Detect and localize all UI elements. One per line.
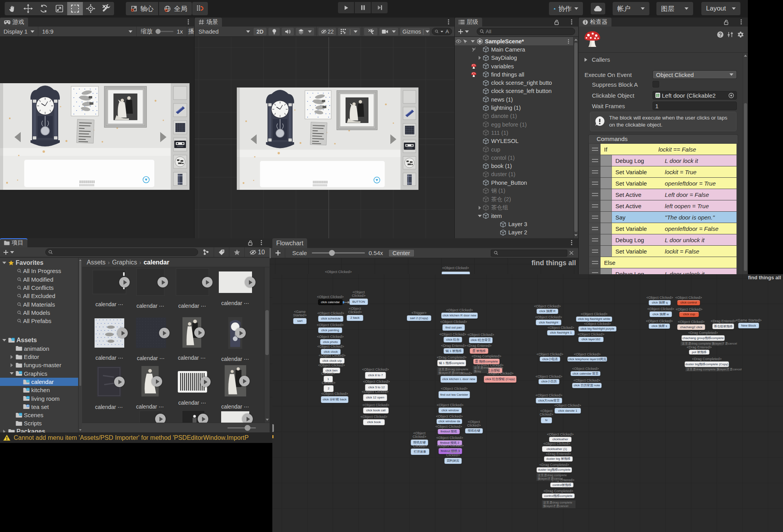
hierarchy-item[interactable]: cup bbox=[455, 145, 573, 154]
scale-tool-button[interactable] bbox=[52, 2, 67, 15]
game-clipped-button[interactable]: 播 bbox=[187, 28, 194, 35]
project-hidden-count-button[interactable]: 10 bbox=[245, 249, 270, 256]
hierarchy-item[interactable]: Layer 3 bbox=[455, 220, 573, 229]
flowchart-node[interactable]: findout 报纸 bbox=[438, 429, 460, 434]
flowchart-node[interactable]: control拖移complete bbox=[542, 493, 575, 498]
game-panel-menu[interactable] bbox=[186, 19, 192, 25]
cloud-services-button[interactable] bbox=[591, 3, 605, 14]
hierarchy-item[interactable]: find things all bbox=[455, 70, 573, 79]
scene-lighting-toggle[interactable] bbox=[268, 28, 280, 36]
expander-open-icon[interactable] bbox=[478, 215, 482, 217]
scene-panel-menu[interactable] bbox=[446, 19, 452, 25]
project-tree-item-editor[interactable]: Editor bbox=[0, 353, 78, 361]
hierarchy-item[interactable]: SayDialog bbox=[455, 54, 573, 62]
breadcrumb-calendar[interactable]: calendar bbox=[143, 259, 169, 266]
flowchart-node[interactable]: click schedule bbox=[318, 316, 343, 322]
asset-thumbnail-wedding[interactable] bbox=[182, 317, 201, 348]
inspector-scroll-up-icon[interactable] bbox=[743, 53, 748, 58]
command-row-set-variable[interactable]: Set Variableopenleftdoor = True bbox=[589, 178, 737, 189]
clickable-object-field[interactable]: Left door (Clickable2 bbox=[652, 91, 737, 100]
pause-button[interactable] bbox=[355, 2, 371, 13]
flowchart-node[interactable]: control被拖移 bbox=[550, 482, 574, 487]
command-drag-handle[interactable] bbox=[589, 257, 601, 268]
scene-tools-button[interactable] bbox=[364, 28, 377, 36]
flowchart-search-input[interactable] bbox=[491, 250, 567, 257]
execute-on-event-dropdown[interactable]: Object Clicked bbox=[652, 70, 737, 79]
pick-icon[interactable] bbox=[463, 39, 468, 44]
inspector-gear-icon[interactable] bbox=[737, 31, 744, 38]
flowchart-node[interactable]: sart 2 (Copy) bbox=[407, 315, 431, 321]
inspector-tab[interactable]: 检查器 bbox=[579, 18, 611, 27]
project-vcs-button[interactable] bbox=[198, 249, 214, 255]
callers-foldout[interactable]: Callers bbox=[585, 56, 610, 63]
animation-play-overlay-icon[interactable] bbox=[198, 414, 208, 423]
flowchart-add-block-button[interactable] bbox=[271, 250, 285, 256]
hierarchy-item[interactable]: clock scense_left button bbox=[455, 87, 573, 95]
breadcrumb-graphics[interactable]: Graphics bbox=[112, 259, 137, 266]
flowchart-panel-menu[interactable] bbox=[569, 239, 575, 246]
project-favorite-item[interactable]: All Models bbox=[0, 309, 78, 317]
hierarchy-item[interactable]: egg before (1) bbox=[455, 120, 573, 129]
project-favorite-item[interactable]: All Conflicts bbox=[0, 284, 78, 292]
flowchart-node[interactable]: click control bbox=[677, 300, 700, 305]
project-grid-scroll-down-icon[interactable] bbox=[265, 417, 270, 422]
game-zoom-slider[interactable] bbox=[156, 31, 173, 32]
command-drag-handle[interactable] bbox=[589, 200, 601, 211]
flowchart-node[interactable]: click danote 1 bbox=[554, 408, 581, 414]
animation-play-overlay-icon[interactable] bbox=[245, 277, 256, 287]
project-tree-item-kitchen[interactable]: kitchen bbox=[0, 386, 78, 394]
flowchart-node[interactable]: click window bbox=[438, 407, 462, 413]
asset-thumbnail-couple[interactable] bbox=[225, 365, 246, 396]
hierarchy-panel-menu[interactable] bbox=[569, 19, 575, 25]
layers-dropdown[interactable]: 图层 bbox=[656, 2, 693, 15]
flowchart-node[interactable]: click big flashlight white bbox=[576, 316, 612, 322]
hierarchy-item[interactable]: 茶仓组 bbox=[455, 204, 573, 212]
command-drag-handle[interactable] bbox=[589, 166, 601, 177]
project-favorite-item[interactable]: All In Progress bbox=[0, 267, 78, 275]
flowchart-tab[interactable]: Flowchart bbox=[272, 238, 307, 248]
asset-thumbnail-dark[interactable] bbox=[136, 268, 164, 296]
animation-play-overlay-icon[interactable] bbox=[242, 414, 253, 423]
collab-dropdown[interactable]: 协作 bbox=[549, 2, 583, 15]
project-tree-item-scenes[interactable]: Scenes bbox=[0, 411, 78, 419]
command-drag-handle[interactable] bbox=[589, 246, 601, 257]
project-label-filter-button[interactable] bbox=[214, 249, 229, 255]
animation-play-overlay-icon[interactable] bbox=[202, 277, 213, 287]
project-grid-scrollbar[interactable] bbox=[264, 267, 270, 423]
flowchart-node[interactable]: click painting bbox=[318, 327, 342, 333]
flowchart-node[interactable]: click 抽屉 R bbox=[536, 309, 558, 314]
scene-canvas[interactable] bbox=[195, 37, 454, 238]
flowchart-node[interactable]: click calendar bbox=[318, 299, 343, 305]
flowchart-node[interactable]: pot 被拖移 bbox=[689, 350, 710, 355]
animation-play-overlay-icon[interactable] bbox=[157, 277, 168, 287]
flowchart-node[interactable]: click 分针前 back bbox=[321, 396, 349, 403]
project-tree-scroll-down-icon[interactable] bbox=[79, 428, 82, 432]
flowchart-node[interactable]: 2 back bbox=[347, 315, 363, 321]
asset-thumbnail-white[interactable] bbox=[219, 271, 252, 293]
expander-open-icon[interactable] bbox=[2, 262, 6, 264]
project-search-input[interactable] bbox=[45, 248, 198, 256]
command-row-debug-log[interactable]: Debug LogL door unlock it bbox=[589, 234, 737, 245]
flowchart-node[interactable]: click flashlight bbox=[536, 320, 561, 325]
flowchart-node[interactable]: click kitchen R door new bbox=[441, 312, 478, 319]
hierarchy-tab[interactable]: 层级 bbox=[455, 18, 482, 27]
flowchart-node[interactable]: click big flashlight purple bbox=[578, 326, 617, 332]
project-lock-button[interactable] bbox=[248, 240, 254, 247]
inspector-panel-menu[interactable] bbox=[738, 19, 745, 25]
object-picker-icon[interactable] bbox=[728, 93, 734, 98]
hierarchy-item[interactable]: danote (1) bbox=[455, 112, 573, 120]
project-tree-item-scripts[interactable]: Scripts bbox=[0, 419, 78, 427]
inspector-lock-button[interactable] bbox=[724, 20, 730, 26]
hand-tool-button[interactable] bbox=[5, 2, 20, 15]
flowchart-node[interactable]: click 抽屉 s bbox=[649, 323, 670, 329]
flowchart-node[interactable]: click kitchen L door new bbox=[440, 376, 477, 383]
asset-thumbnail-dark[interactable] bbox=[139, 411, 162, 423]
flowchart-node[interactable]: 2 bbox=[324, 385, 334, 392]
flowchart-node[interactable]: 打开家暴 bbox=[411, 448, 429, 455]
animation-play-overlay-icon[interactable] bbox=[194, 327, 205, 338]
asset-thumbnail-dotted[interactable] bbox=[95, 318, 124, 348]
flowchart-node[interactable]: duster big 被拖移 bbox=[544, 456, 573, 462]
project-tree-item-packages[interactable]: Packages bbox=[0, 428, 78, 432]
flowchart-node[interactable]: 回到厨房 bbox=[444, 458, 462, 464]
project-tree-item-tea-set[interactable]: tea set bbox=[0, 403, 78, 411]
